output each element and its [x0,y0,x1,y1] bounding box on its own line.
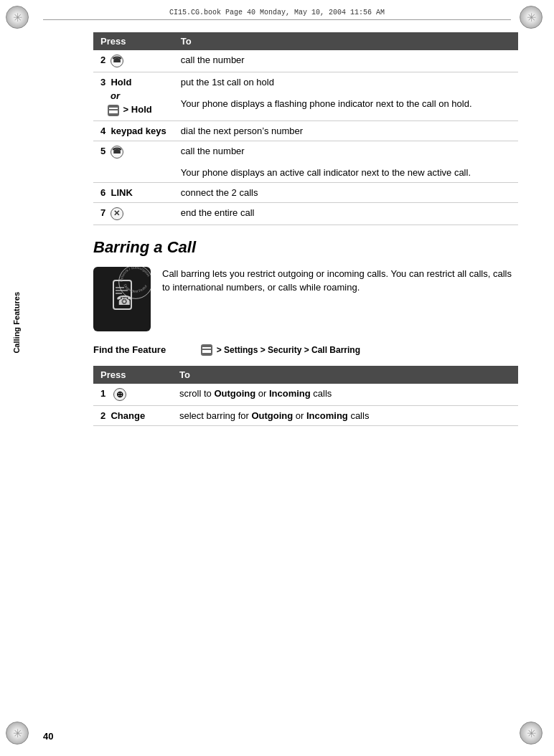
step-t2-2: 2 Change [93,406,172,426]
table-row: 7 end the entire call [93,202,518,225]
desc-4: dial the next person’s number [174,121,518,141]
table-row: 3 Hold or > Hold put the 1st call on hol… [93,72,518,121]
desc-3: put the 1st call on hold Your phone disp… [174,72,518,121]
page-number: 40 [43,731,53,742]
table-row: 2 Change select barring for Outgoing or … [93,406,518,426]
step-3: 3 Hold or > Hold [93,72,174,121]
find-feature: Find the Feature > Settings > Security >… [93,344,518,356]
find-feature-label: Find the Feature [93,344,187,355]
step-6: 6 LINK [93,182,174,202]
table1-col-to: To [174,32,518,50]
desc-2: call the number [174,50,518,72]
table2-col-press: Press [93,366,172,384]
desc-7: end the entire call [174,202,518,225]
section-heading: Barring a Call [93,238,518,257]
desc-t2-2: select barring for Outgoing or Incoming … [172,406,518,426]
corner-decoration-tr: ✳ [520,6,548,34]
feature-description-block: Network / Subscription Dependent Feature… [93,267,518,331]
table-row: 4 keypad keys dial the next person’s num… [93,121,518,141]
step-t2-1: 1 ⊕ [93,384,172,406]
header-text: CI15.CG.book Page 40 Monday, May 10, 200… [169,9,385,16]
table1: Press To 2 call the number 3 Hold or [93,32,518,225]
menu-icon [108,105,119,116]
desc-5: call the number Your phone displays an a… [174,141,518,182]
table2-col-to: To [172,366,518,384]
network-badge-icon: Network / Subscription Dependent Feature [118,267,151,300]
table-row: 5 call the number Your phone displays an… [93,141,518,182]
table2: Press To 1 ⊕ scroll to Outgoing or Incom… [93,366,518,426]
side-tab: Calling Features [9,251,24,394]
table-row: 2 call the number [93,50,518,72]
main-content: Press To 2 call the number 3 Hold or [93,32,518,713]
find-feature-path-text: > Settings > Security > Call Barring [217,345,360,355]
side-tab-label: Calling Features [12,292,21,354]
corner-decoration-bl: ✳ [6,722,34,750]
feature-icon-block: Network / Subscription Dependent Feature… [93,267,151,331]
menu-icon-find [201,344,212,356]
corner-decoration-br: ✳ [520,722,548,750]
desc-6: connect the 2 calls [174,182,518,202]
table1-col-press: Press [93,32,174,50]
desc-t2-1: scroll to Outgoing or Incoming calls [172,384,518,406]
feature-text: Call barring lets you restrict outgoing … [162,267,518,295]
table-row: 6 LINK connect the 2 calls [93,182,518,202]
corner-decoration-tl: ✳ [6,6,34,34]
step-4: 4 keypad keys [93,121,174,141]
table-row: 1 ⊕ scroll to Outgoing or Incoming calls [93,384,518,406]
find-feature-path: > Settings > Security > Call Barring [201,344,360,356]
end-call-icon [111,207,123,220]
step-5: 5 [93,141,174,182]
header-bar: CI15.CG.book Page 40 Monday, May 10, 200… [43,9,511,20]
step-2: 2 [93,50,174,72]
step-7: 7 [93,202,174,225]
call-icon [111,55,123,67]
svg-text:Network / Subscription: Network / Subscription [119,267,151,282]
nav-circle-icon: ⊕ [113,388,126,401]
call-icon-2 [111,146,123,159]
